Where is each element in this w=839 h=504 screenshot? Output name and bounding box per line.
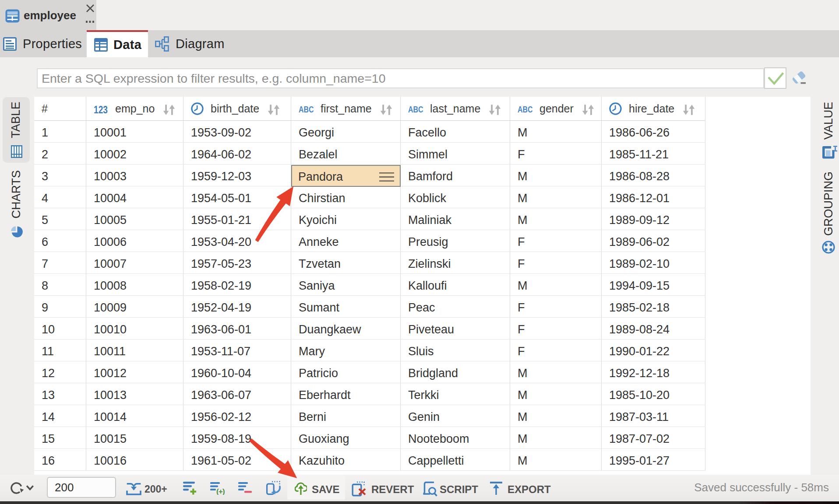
svg-text:): ) [222, 487, 225, 495]
